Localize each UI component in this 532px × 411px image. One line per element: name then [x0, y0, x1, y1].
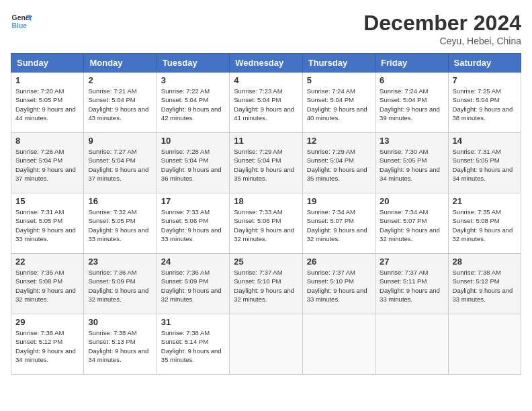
- svg-text:Blue: Blue: [12, 22, 28, 30]
- day-info: Sunrise: 7:29 AM Sunset: 5:04 PM Dayligh…: [307, 147, 371, 183]
- day-cell-10: 10 Sunrise: 7:28 AM Sunset: 5:04 PM Dayl…: [157, 133, 229, 193]
- day-cell-23: 23 Sunrise: 7:36 AM Sunset: 5:09 PM Dayl…: [84, 254, 157, 314]
- day-info: Sunrise: 7:22 AM Sunset: 5:04 PM Dayligh…: [161, 87, 225, 122]
- day-cell-18: 18 Sunrise: 7:33 AM Sunset: 5:06 PM Dayl…: [230, 193, 302, 254]
- day-info: Sunrise: 7:35 AM Sunset: 5:08 PM Dayligh…: [453, 208, 517, 243]
- day-cell-29: 29 Sunrise: 7:38 AM Sunset: 5:12 PM Dayl…: [11, 314, 84, 375]
- day-number: 7: [453, 75, 517, 85]
- header: General Blue December 2024 Ceyu, Hebei, …: [11, 11, 521, 46]
- day-info: Sunrise: 7:38 AM Sunset: 5:14 PM Dayligh…: [161, 328, 225, 364]
- day-cell-11: 11 Sunrise: 7:29 AM Sunset: 5:04 PM Dayl…: [230, 133, 302, 193]
- day-number: 26: [307, 257, 371, 267]
- day-cell-1: 1 Sunrise: 7:20 AM Sunset: 5:05 PM Dayli…: [11, 73, 84, 133]
- day-info: Sunrise: 7:36 AM Sunset: 5:09 PM Dayligh…: [161, 268, 225, 304]
- day-number: 12: [307, 136, 371, 146]
- day-cell-24: 24 Sunrise: 7:36 AM Sunset: 5:09 PM Dayl…: [157, 254, 229, 314]
- day-cell-26: 26 Sunrise: 7:37 AM Sunset: 5:10 PM Dayl…: [302, 254, 375, 314]
- empty-cell: [375, 314, 448, 375]
- header-friday: Friday: [375, 54, 448, 73]
- week-row-3: 15 Sunrise: 7:31 AM Sunset: 5:05 PM Dayl…: [11, 193, 521, 254]
- day-number: 9: [88, 136, 152, 146]
- week-row-1: 1 Sunrise: 7:20 AM Sunset: 5:05 PM Dayli…: [11, 73, 521, 133]
- day-number: 3: [161, 75, 225, 85]
- empty-cell: [230, 314, 302, 375]
- day-number: 16: [88, 196, 152, 206]
- day-number: 31: [161, 317, 225, 327]
- day-info: Sunrise: 7:33 AM Sunset: 5:06 PM Dayligh…: [161, 208, 225, 243]
- day-info: Sunrise: 7:23 AM Sunset: 5:04 PM Dayligh…: [234, 87, 298, 122]
- day-info: Sunrise: 7:24 AM Sunset: 5:04 PM Dayligh…: [307, 87, 371, 122]
- week-row-4: 22 Sunrise: 7:35 AM Sunset: 5:08 PM Dayl…: [11, 254, 521, 314]
- day-number: 24: [161, 257, 225, 267]
- day-info: Sunrise: 7:34 AM Sunset: 5:07 PM Dayligh…: [380, 208, 443, 243]
- empty-cell: [302, 314, 375, 375]
- header-saturday: Saturday: [448, 54, 521, 73]
- page-subtitle: Ceyu, Hebei, China: [363, 36, 521, 46]
- day-cell-13: 13 Sunrise: 7:30 AM Sunset: 5:05 PM Dayl…: [375, 133, 448, 193]
- day-info: Sunrise: 7:35 AM Sunset: 5:08 PM Dayligh…: [15, 268, 79, 304]
- week-row-2: 8 Sunrise: 7:26 AM Sunset: 5:04 PM Dayli…: [11, 133, 521, 193]
- day-cell-12: 12 Sunrise: 7:29 AM Sunset: 5:04 PM Dayl…: [302, 133, 375, 193]
- header-wednesday: Wednesday: [230, 54, 302, 73]
- day-cell-20: 20 Sunrise: 7:34 AM Sunset: 5:07 PM Dayl…: [375, 193, 448, 254]
- header-thursday: Thursday: [302, 54, 375, 73]
- day-cell-4: 4 Sunrise: 7:23 AM Sunset: 5:04 PM Dayli…: [230, 73, 302, 133]
- day-cell-31: 31 Sunrise: 7:38 AM Sunset: 5:14 PM Dayl…: [157, 314, 229, 375]
- day-number: 30: [88, 317, 152, 327]
- day-info: Sunrise: 7:38 AM Sunset: 5:12 PM Dayligh…: [15, 328, 79, 364]
- day-cell-21: 21 Sunrise: 7:35 AM Sunset: 5:08 PM Dayl…: [448, 193, 521, 254]
- day-number: 21: [453, 196, 517, 206]
- day-number: 23: [88, 257, 152, 267]
- day-cell-22: 22 Sunrise: 7:35 AM Sunset: 5:08 PM Dayl…: [11, 254, 84, 314]
- day-info: Sunrise: 7:26 AM Sunset: 5:04 PM Dayligh…: [15, 147, 79, 183]
- day-number: 10: [161, 136, 225, 146]
- day-number: 13: [380, 136, 443, 146]
- day-info: Sunrise: 7:37 AM Sunset: 5:10 PM Dayligh…: [307, 268, 371, 304]
- day-number: 5: [307, 75, 371, 85]
- day-cell-2: 2 Sunrise: 7:21 AM Sunset: 5:04 PM Dayli…: [84, 73, 157, 133]
- day-cell-19: 19 Sunrise: 7:34 AM Sunset: 5:07 PM Dayl…: [302, 193, 375, 254]
- day-number: 22: [15, 257, 79, 267]
- day-number: 29: [15, 317, 79, 327]
- day-cell-14: 14 Sunrise: 7:31 AM Sunset: 5:05 PM Dayl…: [448, 133, 521, 193]
- day-info: Sunrise: 7:37 AM Sunset: 5:10 PM Dayligh…: [234, 268, 298, 304]
- day-number: 4: [234, 75, 298, 85]
- day-cell-16: 16 Sunrise: 7:32 AM Sunset: 5:05 PM Dayl…: [84, 193, 157, 254]
- day-number: 19: [307, 196, 371, 206]
- day-info: Sunrise: 7:31 AM Sunset: 5:05 PM Dayligh…: [15, 208, 79, 243]
- day-info: Sunrise: 7:32 AM Sunset: 5:05 PM Dayligh…: [88, 208, 152, 243]
- day-cell-5: 5 Sunrise: 7:24 AM Sunset: 5:04 PM Dayli…: [302, 73, 375, 133]
- logo: General Blue: [11, 11, 32, 32]
- day-info: Sunrise: 7:21 AM Sunset: 5:04 PM Dayligh…: [88, 87, 152, 122]
- day-info: Sunrise: 7:28 AM Sunset: 5:04 PM Dayligh…: [161, 147, 225, 183]
- day-info: Sunrise: 7:38 AM Sunset: 5:13 PM Dayligh…: [88, 328, 152, 364]
- day-info: Sunrise: 7:30 AM Sunset: 5:05 PM Dayligh…: [380, 147, 443, 183]
- day-number: 17: [161, 196, 225, 206]
- day-number: 27: [380, 257, 443, 267]
- day-info: Sunrise: 7:31 AM Sunset: 5:05 PM Dayligh…: [453, 147, 517, 183]
- day-number: 18: [234, 196, 298, 206]
- day-number: 1: [15, 75, 79, 85]
- title-area: December 2024 Ceyu, Hebei, China: [363, 11, 521, 46]
- day-info: Sunrise: 7:29 AM Sunset: 5:04 PM Dayligh…: [234, 147, 298, 183]
- day-info: Sunrise: 7:25 AM Sunset: 5:04 PM Dayligh…: [453, 87, 517, 122]
- day-number: 20: [380, 196, 443, 206]
- day-cell-8: 8 Sunrise: 7:26 AM Sunset: 5:04 PM Dayli…: [11, 133, 84, 193]
- day-number: 14: [453, 136, 517, 146]
- logo-icon: General Blue: [11, 11, 32, 32]
- day-cell-27: 27 Sunrise: 7:37 AM Sunset: 5:11 PM Dayl…: [375, 254, 448, 314]
- day-info: Sunrise: 7:38 AM Sunset: 5:12 PM Dayligh…: [453, 268, 517, 304]
- day-number: 11: [234, 136, 298, 146]
- day-info: Sunrise: 7:34 AM Sunset: 5:07 PM Dayligh…: [307, 208, 371, 243]
- week-row-5: 29 Sunrise: 7:38 AM Sunset: 5:12 PM Dayl…: [11, 314, 521, 375]
- day-cell-6: 6 Sunrise: 7:24 AM Sunset: 5:04 PM Dayli…: [375, 73, 448, 133]
- calendar-table: Sunday Monday Tuesday Wednesday Thursday…: [11, 53, 521, 375]
- day-number: 28: [453, 257, 517, 267]
- weekday-header-row: Sunday Monday Tuesday Wednesday Thursday…: [11, 54, 521, 73]
- day-number: 8: [15, 136, 79, 146]
- day-cell-15: 15 Sunrise: 7:31 AM Sunset: 5:05 PM Dayl…: [11, 193, 84, 254]
- day-info: Sunrise: 7:33 AM Sunset: 5:06 PM Dayligh…: [234, 208, 298, 243]
- day-number: 25: [234, 257, 298, 267]
- day-number: 2: [88, 75, 152, 85]
- day-info: Sunrise: 7:27 AM Sunset: 5:04 PM Dayligh…: [88, 147, 152, 183]
